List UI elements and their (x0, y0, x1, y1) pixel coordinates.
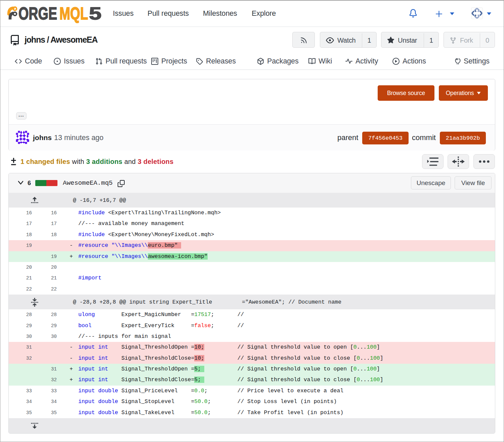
svg-text:MQL: MQL (59, 5, 88, 23)
svg-text:5: 5 (89, 5, 101, 23)
svg-text:ORGE: ORGE (18, 5, 57, 23)
